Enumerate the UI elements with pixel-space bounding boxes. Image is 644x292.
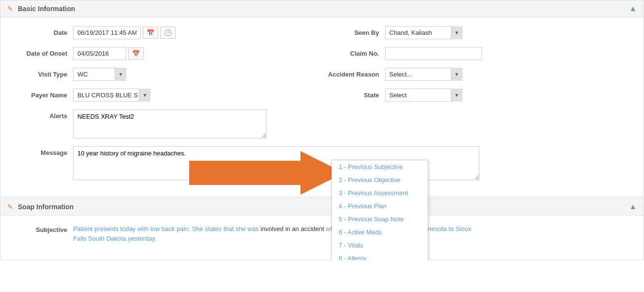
payername-select-wrapper: BLU CROSS BLUE SH ▼ [73,89,150,102]
subjective-link-text: Patient presents today with low back pai… [73,225,260,232]
basic-info-body: Date 📅 🕐 Seen By Chand, Kailash ▼ [0,17,644,197]
dropdown-item-1[interactable]: 1 - Previous Subjective [332,160,428,173]
payername-select[interactable]: BLU CROSS BLUE SH [73,89,150,102]
visittype-accidentreason-row: Visit Type WC ▼ Accident Reason Select..… [10,68,634,81]
basic-info-chevron-icon: ▲ [629,4,637,13]
payername-label: Payer Name [10,92,73,99]
seenby-label: Seen By [322,29,385,36]
date-label: Date [10,29,73,36]
alerts-field-group: Alerts NEEDS XRAY Test2 [10,109,634,138]
date-input-wrapper: 📅 🕐 [73,26,176,39]
dateofonset-field-group: Date of Onset 📅 [10,47,322,60]
payername-field-group: Payer Name BLU CROSS BLUE SH ▼ [10,89,322,102]
visittype-select[interactable]: WC [73,68,126,81]
soap-info-header[interactable]: ✎ Soap Information ▲ [0,198,644,215]
basic-info-title: Basic Information [18,5,75,13]
payername-state-row: Payer Name BLU CROSS BLUE SH ▼ State Sel… [10,89,634,102]
previous-data-dropdown: 1 - Previous Subjective 2 - Previous Obj… [331,160,428,260]
dropdown-item-5[interactable]: 5 - Previous Soap Note [332,213,428,226]
edit-icon: ✎ [7,5,13,13]
soap-info-body: Subjective Patient presents today with l… [0,215,644,260]
dropdown-item-6[interactable]: 6 - Active Meds [332,226,428,239]
seenby-field-group: Seen By Chand, Kailash ▼ [322,26,634,39]
seenby-select[interactable]: Chand, Kailash [385,26,463,39]
alerts-row: Alerts NEEDS XRAY Test2 [10,109,634,138]
dropdown-item-7[interactable]: 7 - Vitals [332,239,428,252]
calendar-icon-button[interactable]: 📅 [143,27,158,39]
visittype-select-wrapper: WC ▼ [73,68,126,81]
dropdown-item-4[interactable]: 4 - Previous Plan [332,200,428,213]
accidentreason-select[interactable]: Select... [385,68,463,81]
dateofonset-input[interactable] [73,47,126,60]
dateofonset-input-wrapper: 📅 [73,47,144,60]
dateofonset-claimno-row: Date of Onset 📅 Claim No. [10,47,634,60]
date-field-group: Date 📅 🕐 [10,26,322,39]
soap-info-title: Soap Information [18,203,74,211]
claimno-label: Claim No. [322,50,385,57]
accidentreason-select-wrapper: Select... ▼ [385,68,463,81]
state-field-group: State Select ▼ [322,89,634,102]
dropdown-item-3[interactable]: 3 - Previous Assessment [332,186,428,200]
dateofonset-calendar-icon-button[interactable]: 📅 [128,47,144,60]
message-label: Message [10,146,73,156]
subjective-plain-text: involved in an accident [260,225,326,232]
accidentreason-label: Accident Reason [322,71,385,78]
state-label: State [322,92,385,99]
visittype-label: Visit Type [10,71,73,78]
date-seenby-row: Date 📅 🕐 Seen By Chand, Kailash ▼ [10,26,634,39]
basic-info-header[interactable]: ✎ Basic Information ▲ [0,0,644,17]
state-select-wrapper: Select ▼ [385,89,463,102]
accidentreason-field-group: Accident Reason Select... ▼ [322,68,634,81]
state-select[interactable]: Select [385,89,463,102]
dropdown-item-8[interactable]: 8 - Allergy [332,252,428,260]
claimno-input[interactable] [385,47,482,60]
date-input[interactable] [73,26,141,39]
seenby-select-wrapper: Chand, Kailash ▼ [385,26,463,39]
claimno-field-group: Claim No. [322,47,634,60]
dateofonset-label: Date of Onset [10,50,73,57]
visittype-field-group: Visit Type WC ▼ [10,68,322,81]
clock-icon-button[interactable]: 🕐 [160,27,176,39]
subjective-label: Subjective [10,224,73,233]
alerts-label: Alerts [10,109,73,120]
subjective-row: Subjective Patient presents today with l… [10,224,634,243]
message-row: Message 10 year history of migraine head… [10,146,634,180]
dropdown-item-2[interactable]: 2 - Previous Objective [332,173,428,186]
soap-edit-icon: ✎ [7,203,13,211]
soap-info-chevron-icon: ▲ [629,202,637,211]
alerts-textarea[interactable]: NEEDS XRAY Test2 [73,109,267,138]
